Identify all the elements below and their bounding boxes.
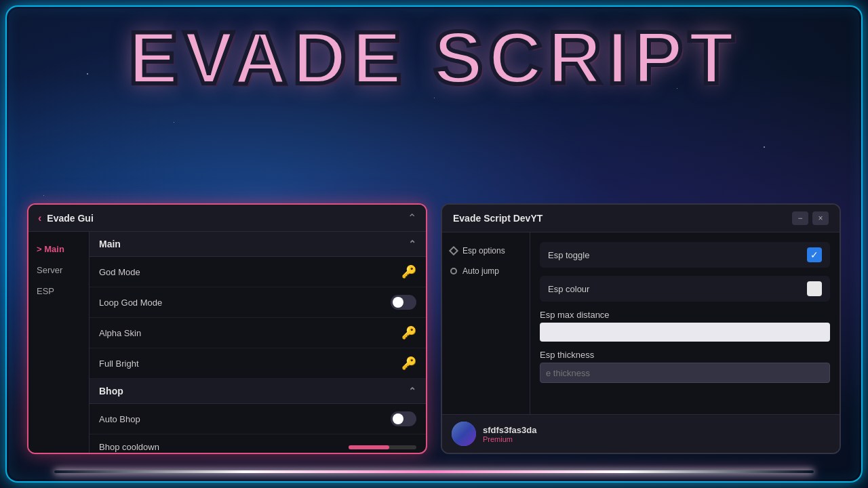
bhop-cooldown-slider-fill [349, 445, 389, 449]
back-arrow-icon[interactable]: ‹ [38, 212, 41, 224]
esp-colour-label: Esp colour [548, 284, 589, 294]
section-bhop-collapse-icon[interactable]: ⌃ [408, 386, 416, 396]
sidebar-item-esp-options[interactable]: Esp options [442, 241, 530, 261]
esp-toggle-row: Esp toggle ✓ [540, 242, 830, 268]
neon-bottom-decoration [54, 470, 814, 473]
left-panel-collapse-icon[interactable]: ⌃ [408, 211, 416, 224]
main-title: EVADE SCRIPT [0, 20, 868, 95]
window-controls: − × [792, 211, 829, 225]
user-avatar [452, 422, 476, 446]
alpha-skin-label: Alpha Skin [99, 328, 141, 338]
god-mode-label: God Mode [99, 267, 140, 277]
esp-options-diamond-icon [449, 246, 458, 256]
user-name: sfdfs3fas3da [483, 425, 536, 435]
right-panel: Evade Script DevYT − × Esp options Auto … [441, 203, 841, 454]
section-main-collapse-icon[interactable]: ⌃ [408, 239, 416, 249]
section-bhop-header: Bhop ⌃ [90, 379, 426, 404]
esp-max-distance-section: Esp max distance [540, 310, 830, 342]
left-panel-title: Evade Gui [47, 213, 93, 224]
esp-thickness-label: Esp thickness [540, 350, 830, 360]
menu-item-god-mode: God Mode 🔑 [90, 257, 426, 287]
right-footer: sfdfs3fas3da Premium [442, 414, 840, 453]
auto-jump-circle-icon [450, 268, 457, 274]
user-avatar-image [452, 422, 476, 446]
auto-jump-label: Auto jump [462, 266, 499, 276]
section-main-header: Main ⌃ [90, 232, 426, 257]
right-panel-title: Evade Script DevYT [453, 213, 542, 224]
god-mode-fingerprint-icon[interactable]: 🔑 [401, 264, 416, 279]
right-panel-header: Evade Script DevYT − × [442, 205, 840, 232]
right-panel-body: Esp options Auto jump Esp toggle ✓ Esp c… [442, 232, 840, 414]
esp-thickness-section: Esp thickness [540, 350, 830, 383]
sidebar-item-esp[interactable]: ESP [28, 281, 89, 302]
esp-options-label: Esp options [462, 246, 505, 256]
esp-colour-row: Esp colour [540, 276, 830, 302]
menu-item-alpha-skin: Alpha Skin 🔑 [90, 318, 426, 348]
loop-god-mode-toggle[interactable] [391, 295, 416, 310]
sidebar-item-main[interactable]: Main [28, 239, 89, 260]
user-info: sfdfs3fas3da Premium [483, 425, 536, 443]
left-sidebar: Main Server ESP [28, 232, 90, 453]
esp-toggle-label: Esp toggle [548, 250, 589, 260]
section-bhop-label: Bhop [99, 386, 123, 396]
user-badge: Premium [483, 435, 536, 443]
alpha-skin-fingerprint-icon[interactable]: 🔑 [401, 325, 416, 340]
bhop-cooldown-slider[interactable] [349, 445, 416, 449]
auto-bhop-toggle[interactable] [391, 411, 416, 426]
left-panel-header: ‹ Evade Gui ⌃ [28, 205, 426, 232]
esp-max-distance-input[interactable] [540, 323, 830, 342]
right-main-content: Esp toggle ✓ Esp colour Esp max distance… [530, 232, 840, 414]
section-main-label: Main [99, 239, 121, 249]
menu-item-auto-bhop: Auto Bhop [90, 404, 426, 434]
left-main-content: Main ⌃ God Mode 🔑 Loop God Mode Alpha Sk… [90, 232, 426, 453]
menu-item-bhop-cooldown: Bhop cooldown [90, 434, 426, 453]
bhop-cooldown-label: Bhop cooldown [99, 442, 159, 452]
esp-toggle-checkbox[interactable]: ✓ [807, 247, 822, 262]
auto-bhop-label: Auto Bhop [99, 414, 140, 424]
sidebar-item-server[interactable]: Server [28, 260, 89, 281]
menu-item-loop-god-mode: Loop God Mode [90, 287, 426, 318]
left-panel: ‹ Evade Gui ⌃ Main Server ESP Main ⌃ God… [27, 203, 427, 454]
esp-max-distance-label: Esp max distance [540, 310, 830, 320]
close-button[interactable]: × [812, 211, 829, 225]
sidebar-item-auto-jump[interactable]: Auto jump [442, 261, 530, 281]
menu-item-full-bright: Full Bright 🔑 [90, 348, 426, 379]
minimize-button[interactable]: − [792, 211, 808, 225]
left-panel-body: Main Server ESP Main ⌃ God Mode 🔑 Loop G… [28, 232, 426, 453]
full-bright-fingerprint-icon[interactable]: 🔑 [401, 356, 416, 371]
full-bright-label: Full Bright [99, 359, 139, 369]
right-sidebar: Esp options Auto jump [442, 232, 530, 414]
esp-colour-swatch[interactable] [807, 281, 822, 296]
content-area: ‹ Evade Gui ⌃ Main Server ESP Main ⌃ God… [27, 203, 841, 454]
loop-god-mode-label: Loop God Mode [99, 298, 162, 308]
esp-thickness-input[interactable] [540, 363, 830, 383]
